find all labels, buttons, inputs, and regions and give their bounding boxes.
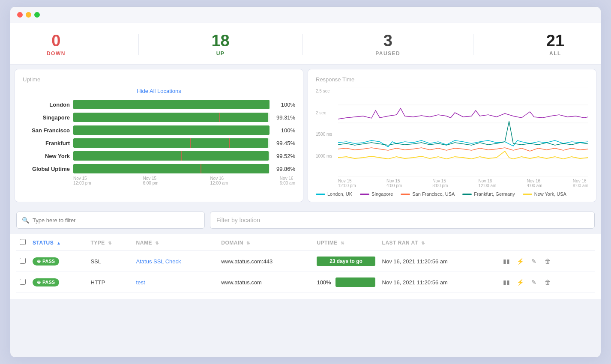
response-xaxis-5: Nov 164:00 am: [527, 179, 542, 188]
uptime-bar-singapore: [73, 113, 268, 122]
stat-down-label: DOWN: [47, 51, 66, 57]
legend-line-ny: [523, 194, 532, 195]
uptime-bar-wrap-frankfurt: [73, 138, 270, 148]
uptime-row-sf: San Francisco 100%: [23, 125, 295, 135]
response-xaxis-3: Nov 158:00 pm: [432, 179, 448, 188]
row1-edit-icon[interactable]: ✎: [528, 256, 539, 267]
row2-status-badge: PASS: [33, 278, 59, 286]
row2-checkbox-cell: [16, 272, 29, 293]
stat-up[interactable]: 18 UP: [211, 33, 229, 57]
response-xaxis-4: Nov 1612:00 am: [479, 179, 497, 188]
uptime-row-ny: New York 99.52%: [23, 151, 295, 161]
stat-paused[interactable]: 3 PAUSED: [375, 33, 400, 57]
row2-status: PASS: [29, 272, 87, 293]
row2-uptime-bar: [335, 277, 375, 287]
uptime-bar-ny: [73, 151, 269, 161]
uptime-label-frankfurt: Frankfurt: [23, 140, 70, 146]
row2-domain: www.atatus.com: [218, 272, 313, 293]
row1-name: Atatus SSL Check: [133, 251, 218, 272]
table-header-row: STATUS ▲ TYPE ⇅ NAME ⇅ DOMAIN ⇅ UPTIME ⇅: [16, 234, 595, 251]
response-svg: [338, 87, 588, 177]
filter-search-wrapper: 🔍: [16, 212, 205, 229]
header-checkbox-cell: [16, 234, 29, 251]
charts-section: Uptime Hide All Locations London 100%: [10, 65, 601, 206]
row2-name-link[interactable]: test: [136, 279, 145, 286]
sort-icon-name: ⇅: [155, 241, 159, 245]
row2-edit-icon[interactable]: ✎: [528, 277, 539, 288]
search-input[interactable]: [33, 217, 199, 224]
stat-all-label: ALL: [546, 51, 564, 57]
row2-bolt-icon[interactable]: ⚡: [515, 277, 526, 288]
sort-icon-type: ⇅: [108, 241, 112, 245]
response-chart-area: 2.5 sec 2 sec 1500 ms 1000 ms: [316, 87, 588, 177]
legend-label-sf: San Francisco, USA: [412, 191, 455, 197]
response-xaxis: Nov 1512:00 pm Nov 154:00 pm Nov 158:00 …: [316, 177, 588, 188]
close-dot[interactable]: [17, 12, 23, 18]
response-yaxis-label-1: 2.5 sec: [316, 89, 332, 93]
row1-action-icons: ▮▮ ⚡ ✎ 🗑: [501, 256, 591, 267]
uptime-panel-title: Uptime: [23, 76, 295, 83]
select-all-checkbox[interactable]: [20, 239, 26, 245]
header-type[interactable]: TYPE ⇅: [87, 234, 132, 251]
row1-checkbox[interactable]: [20, 258, 26, 264]
location-filter-dropdown[interactable]: Filter by location: [210, 212, 595, 229]
legend-ny: New York, USA: [523, 191, 566, 197]
row2-delete-icon[interactable]: 🗑: [542, 277, 553, 288]
uptime-label-sf: San Francisco: [23, 127, 70, 134]
uptime-label-london: London: [23, 101, 70, 108]
row1-type: SSL: [87, 251, 132, 272]
uptime-bar-wrap-sf: [73, 125, 270, 135]
header-name[interactable]: NAME ⇅: [133, 234, 218, 251]
hide-all-locations-button[interactable]: Hide All Locations: [137, 88, 181, 94]
stat-paused-label: PAUSED: [375, 51, 400, 57]
legend-label-frankfurt: Frankfurt, Germany: [474, 191, 515, 197]
stat-all[interactable]: 21 ALL: [546, 33, 564, 57]
row2-uptime: 100%: [313, 272, 378, 293]
uptime-pct-ny: 99.52%: [273, 153, 295, 159]
response-yaxis: 2.5 sec 2 sec 1500 ms 1000 ms: [316, 87, 332, 177]
header-status[interactable]: STATUS ▲: [29, 234, 87, 251]
stat-all-number: 21: [546, 33, 564, 49]
row1-name-link[interactable]: Atatus SSL Check: [136, 258, 181, 265]
uptime-label-ny: New York: [23, 153, 70, 159]
response-yaxis-label-3: 1500 ms: [316, 132, 332, 137]
header-actions: [497, 234, 595, 251]
stat-down[interactable]: 0 DOWN: [47, 33, 66, 57]
row1-uptime: 23 days to go: [313, 251, 378, 272]
row2-actions: ▮▮ ⚡ ✎ 🗑: [497, 272, 595, 293]
legend-frankfurt: Frankfurt, Germany: [462, 191, 515, 197]
row2-type: HTTP: [87, 272, 132, 293]
uptime-bar-wrap-ny: [73, 151, 270, 161]
legend-label-singapore: Singapore: [371, 191, 393, 197]
row1-domain: www.atatus.com:443: [218, 251, 313, 272]
response-legend: London, UK Singapore San Francisco, USA …: [316, 191, 588, 197]
maximize-dot[interactable]: [34, 12, 40, 18]
response-xaxis-2: Nov 154:00 pm: [386, 179, 402, 188]
header-uptime[interactable]: UPTIME ⇅: [313, 234, 378, 251]
stats-bar: 0 DOWN 18 UP 3 PAUSED 21 ALL: [10, 23, 601, 65]
header-last-ran[interactable]: LAST RAN AT ⇅: [379, 234, 498, 251]
monitors-table: STATUS ▲ TYPE ⇅ NAME ⇅ DOMAIN ⇅ UPTIME ⇅: [16, 234, 595, 293]
uptime-pct-sf: 100%: [273, 127, 295, 134]
row2-checkbox[interactable]: [20, 279, 26, 285]
row1-pause-icon[interactable]: ▮▮: [501, 256, 512, 267]
table-row: PASS SSL Atatus SSL Check www.atatus.com…: [16, 251, 595, 272]
search-icon: 🔍: [22, 217, 29, 224]
table-section: STATUS ▲ TYPE ⇅ NAME ⇅ DOMAIN ⇅ UPTIME ⇅: [10, 234, 601, 299]
legend-label-ny: New York, USA: [534, 191, 566, 197]
uptime-rows: London 100% Singapore: [23, 100, 295, 173]
row1-delete-icon[interactable]: 🗑: [542, 256, 553, 267]
response-panel-title: Response Time: [316, 76, 588, 83]
response-yaxis-label-2: 2 sec: [316, 110, 332, 115]
location-filter-placeholder: Filter by location: [216, 217, 260, 224]
row2-pause-icon[interactable]: ▮▮: [501, 277, 512, 288]
row1-bolt-icon[interactable]: ⚡: [515, 256, 526, 267]
row1-uptime-bar: 23 days to go: [317, 257, 375, 266]
uptime-bar-frankfurt: [73, 138, 268, 148]
uptime-bar-global: [73, 164, 269, 173]
uptime-xaxis: Nov 1512:00 pm Nov 156:00 pm Nov 1612:00…: [23, 173, 295, 185]
minimize-dot[interactable]: [26, 12, 31, 18]
uptime-row-london: London 100%: [23, 100, 295, 109]
header-domain[interactable]: DOMAIN ⇅: [218, 234, 313, 251]
stat-divider-3: [473, 34, 473, 55]
